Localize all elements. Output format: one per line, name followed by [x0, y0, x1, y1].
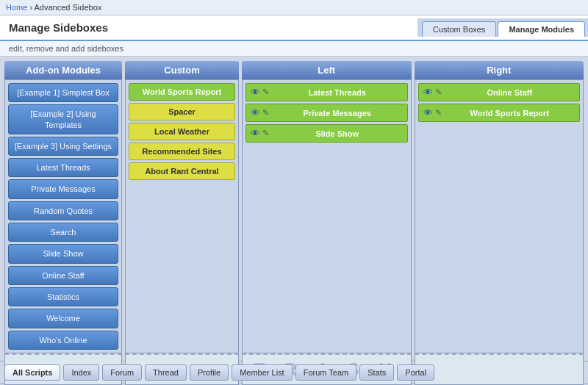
addon-header: Add-on Modules — [4, 61, 122, 79]
nav-profile[interactable]: Profile — [190, 364, 229, 381]
addon-btn-0[interactable]: [Example 1] Simplest Box — [8, 83, 118, 102]
custom-body: World Sports Report Spacer Local Weather… — [125, 79, 239, 353]
right-column: Right 👁 ✎ Online Staff 👁 ✎ World Sports … — [415, 61, 584, 353]
tab-manage-modules[interactable]: Manage Modules — [498, 21, 585, 37]
edit-icon-left-2[interactable]: ✎ — [262, 129, 269, 138]
left-item-label-2: Slide Show — [272, 129, 403, 138]
right-header: Right — [415, 61, 584, 79]
addon-btn-3[interactable]: Latest Threads — [8, 158, 118, 177]
right-item-label-1: World Sports Report — [445, 109, 576, 118]
eye-icon-left-0[interactable]: 👁 — [251, 87, 260, 98]
eye-icon-right-0[interactable]: 👁 — [423, 87, 433, 98]
description-bar: edit, remove and add sideboxes — [0, 41, 588, 57]
addon-btn-6[interactable]: Search — [8, 223, 118, 242]
nav-index[interactable]: Index — [63, 364, 99, 381]
nav-member-list[interactable]: Member List — [232, 364, 293, 381]
addon-btn-1[interactable]: [Example 2] Using Templates — [8, 104, 118, 134]
edit-icon-left-0[interactable]: ✎ — [262, 87, 269, 97]
left-item-0: 👁 ✎ Latest Threads — [245, 83, 408, 101]
nav-all-scripts[interactable]: All Scripts — [4, 364, 60, 381]
custom-item-0[interactable]: World Sports Report — [129, 83, 235, 101]
addon-btn-10[interactable]: Welcome — [8, 309, 118, 328]
addon-btn-2[interactable]: [Example 3] Using Settings — [8, 137, 118, 156]
section-label: Advanced Sidebox — [35, 3, 102, 12]
trash-right — [415, 353, 584, 385]
addon-column: Add-on Modules [Example 1] Simplest Box … — [4, 61, 122, 353]
right-item-label-0: Online Staff — [445, 88, 576, 97]
right-item-1: 👁 ✎ World Sports Report — [418, 104, 581, 122]
tab-custom-boxes[interactable]: Custom Boxes — [422, 21, 497, 37]
custom-header: Custom — [125, 61, 239, 79]
edit-icon-left-1[interactable]: ✎ — [262, 108, 269, 118]
left-item-label-0: Latest Threads — [272, 88, 403, 97]
nav-stats[interactable]: Stats — [359, 364, 394, 381]
addon-btn-11[interactable]: Who's Online — [8, 331, 118, 350]
nav-forum[interactable]: Forum — [102, 364, 142, 381]
page-title: Manage Sideboxes — [0, 15, 417, 40]
home-link[interactable]: Home — [6, 3, 27, 12]
nav-forum-team[interactable]: Forum Team — [295, 364, 357, 381]
left-item-label-1: Private Messages — [272, 109, 403, 118]
left-item-2: 👁 ✎ Slide Show — [245, 124, 408, 143]
custom-item-2[interactable]: Local Weather — [129, 123, 235, 140]
left-item-1: 👁 ✎ Private Messages — [245, 104, 408, 122]
custom-item-1[interactable]: Spacer — [129, 103, 235, 120]
edit-icon-right-1[interactable]: ✎ — [435, 108, 442, 118]
breadcrumb: Home › Advanced Sidebox — [0, 0, 588, 15]
edit-icon-right-0[interactable]: ✎ — [435, 87, 442, 97]
addon-btn-8[interactable]: Online Staff — [8, 266, 118, 285]
left-body: 👁 ✎ Latest Threads 👁 ✎ Private Messages … — [242, 79, 412, 353]
custom-column: Custom World Sports Report Spacer Local … — [125, 61, 239, 353]
custom-item-4[interactable]: About Rant Central — [129, 162, 235, 180]
addon-btn-5[interactable]: Random Quotes — [8, 201, 118, 220]
addon-btn-7[interactable]: Slide Show — [8, 244, 118, 263]
left-header: Left — [242, 61, 412, 79]
eye-icon-left-2[interactable]: 👁 — [251, 128, 260, 139]
addon-btn-9[interactable]: Statistics — [8, 287, 118, 306]
eye-icon-right-1[interactable]: 👁 — [423, 107, 433, 118]
eye-icon-left-1[interactable]: 👁 — [251, 107, 260, 118]
nav-portal[interactable]: Portal — [397, 364, 434, 381]
addon-body: [Example 1] Simplest Box [Example 2] Usi… — [4, 79, 122, 353]
addon-btn-4[interactable]: Private Messages — [8, 179, 118, 198]
right-item-0: 👁 ✎ Online Staff — [418, 83, 581, 101]
left-column: Left 👁 ✎ Latest Threads 👁 ✎ Private Mess… — [242, 61, 412, 353]
right-body: 👁 ✎ Online Staff 👁 ✎ World Sports Report — [415, 79, 584, 353]
custom-item-3[interactable]: Recommended Sites — [129, 143, 235, 160]
nav-thread[interactable]: Thread — [145, 364, 187, 381]
